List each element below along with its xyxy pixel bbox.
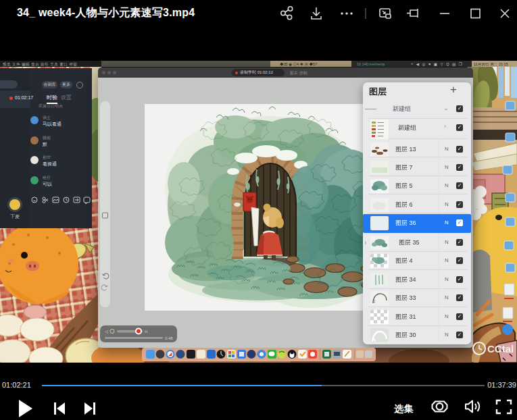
- svg-text:0:48: 0:48: [165, 336, 173, 340]
- svg-text:CCtal: CCtal: [487, 343, 514, 355]
- svg-text:H: H: [145, 330, 147, 334]
- svg-text:◁: ◁: [105, 330, 108, 334]
